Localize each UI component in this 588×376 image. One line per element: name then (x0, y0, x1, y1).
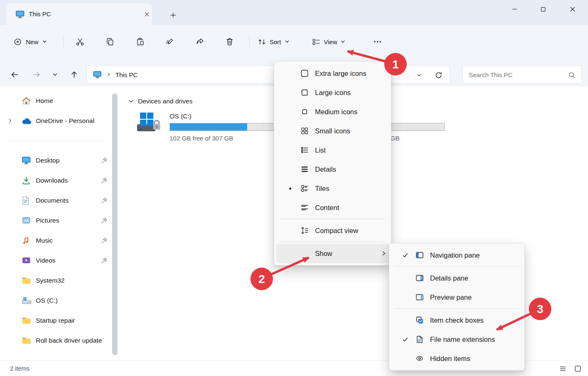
pin-icon (101, 238, 108, 244)
toolbar-divider (249, 36, 250, 47)
small-icons-icon (299, 127, 310, 135)
share-button[interactable] (188, 33, 212, 51)
menu-item-small-icons[interactable]: Small icons (274, 121, 391, 140)
music-note-icon (22, 236, 30, 244)
pin-icon (101, 198, 108, 204)
sidebar-item-label: Music (36, 237, 53, 244)
chevron-down-icon (285, 39, 290, 44)
chevron-down-icon (340, 39, 345, 44)
menu-item-details-pane[interactable]: Details pane (389, 268, 524, 288)
menu-separator (394, 266, 519, 267)
recent-locations-button[interactable] (48, 65, 63, 84)
large-icons-view-toggle[interactable] (572, 363, 583, 374)
sort-button-label: Sort (270, 38, 281, 45)
sidebar-item-label: Pictures (36, 217, 59, 224)
show-submenu: Navigation pane Details pane Preview pan… (389, 243, 525, 371)
drive-free-space: 102 GB free of 307 GB (170, 135, 233, 142)
menu-item-hidden-items[interactable]: Hidden items (389, 349, 524, 368)
details-view-toggle[interactable] (557, 363, 568, 374)
new-tab-button[interactable] (167, 9, 179, 21)
sidebar-item-desktop[interactable]: Desktop (0, 150, 112, 170)
chevron-right-icon[interactable] (8, 118, 13, 123)
sidebar-item-roll-back-driver-update[interactable]: Roll back driver update (0, 331, 112, 351)
menu-item-compact-view[interactable]: Compact view (274, 221, 391, 240)
search-box (463, 65, 582, 84)
refresh-icon[interactable] (432, 69, 445, 81)
videos-icon (22, 256, 31, 265)
sidebar-item-system32[interactable]: System32 (0, 271, 112, 291)
sidebar-item-startup-repair[interactable]: Startup repair (0, 311, 112, 331)
tab-this-pc[interactable]: This PC (6, 3, 152, 25)
menu-item-medium-icons[interactable]: Medium icons (274, 102, 391, 121)
menu-item-label: Navigation pane (430, 251, 520, 259)
view-button[interactable]: View (307, 33, 350, 50)
paste-button[interactable] (128, 33, 152, 51)
devices-section-header[interactable]: Devices and drives (128, 98, 193, 105)
address-dropdown-icon[interactable] (413, 70, 425, 80)
menu-item-tiles[interactable]: Tiles (274, 179, 391, 198)
menu-item-label: Details (315, 165, 387, 173)
menu-item-large-icons[interactable]: Large icons (274, 83, 391, 102)
sort-icon (258, 38, 266, 46)
pictures-icon (22, 216, 31, 225)
close-button[interactable] (562, 2, 583, 17)
sidebar-item-downloads[interactable]: Downloads (0, 170, 112, 191)
rename-button[interactable]: A (158, 33, 182, 51)
up-button[interactable] (66, 65, 82, 84)
details-icon (299, 165, 310, 173)
sidebar-item-pictures[interactable]: Pictures (0, 211, 112, 231)
windows-drive-lock-icon (137, 112, 161, 133)
sidebar-item-onedrive[interactable]: OneDrive - Personal (0, 111, 112, 131)
menu-item-extra-large-icons[interactable]: Extra large icons (274, 64, 391, 83)
sidebar-item-os-c[interactable]: OS (C:) (0, 291, 112, 311)
menu-item-content[interactable]: Content (274, 198, 391, 217)
address-bar[interactable]: This PC (87, 65, 450, 84)
back-button[interactable] (7, 65, 23, 84)
menu-item-label: File name extensions (430, 336, 520, 343)
large-icons-icon (299, 88, 310, 97)
sidebar-item-label: Startup repair (36, 317, 75, 324)
sidebar-item-label: Home (36, 97, 53, 105)
item-check-boxes-icon (414, 316, 425, 324)
pin-icon (101, 218, 108, 224)
menu-item-show[interactable]: Show (276, 244, 389, 263)
forward-button[interactable] (29, 65, 45, 84)
minimize-button[interactable] (504, 2, 525, 17)
sidebar-item-label: OneDrive - Personal (36, 117, 94, 125)
maximize-button[interactable] (533, 2, 553, 17)
menu-item-file-name-extensions[interactable]: File name extensions (389, 330, 524, 349)
drive-capacity-bar (170, 123, 285, 131)
menu-item-preview-pane[interactable]: Preview pane (389, 288, 524, 307)
menu-item-label: Tiles (315, 185, 387, 193)
menu-item-item-check-boxes[interactable]: Item check boxes (389, 311, 524, 330)
delete-button[interactable] (218, 33, 241, 51)
breadcrumb-chevron-icon (106, 72, 111, 77)
menu-item-navigation-pane[interactable]: Navigation pane (389, 246, 524, 265)
copy-button[interactable] (98, 33, 122, 51)
sidebar-item-home[interactable]: Home (0, 91, 112, 111)
breadcrumb-this-pc[interactable]: This PC (115, 71, 138, 78)
menu-item-list[interactable]: List (274, 140, 391, 160)
cut-button[interactable] (68, 33, 92, 51)
menu-item-label: List (315, 146, 387, 154)
tab-close-icon[interactable] (141, 9, 152, 20)
sidebar-item-documents[interactable]: Documents (0, 191, 112, 211)
search-input[interactable] (463, 66, 581, 83)
search-icon[interactable] (568, 71, 575, 79)
extra-large-icons-icon (299, 69, 310, 78)
new-button[interactable]: New (8, 33, 52, 50)
pin-icon (101, 158, 108, 164)
paste-icon (135, 37, 145, 46)
menu-item-details[interactable]: Details (274, 160, 391, 179)
sidebar-item-videos[interactable]: Videos (0, 251, 112, 271)
details-pane-icon (414, 274, 425, 282)
downloads-arrow-icon (22, 176, 31, 185)
sort-button[interactable]: Sort (253, 33, 295, 50)
home-icon (22, 97, 31, 105)
sidebar-scrollbar[interactable] (112, 93, 118, 355)
more-options-button[interactable] (368, 33, 387, 50)
sidebar-item-music[interactable]: Music (0, 231, 112, 251)
share-icon (195, 37, 205, 46)
medium-icons-icon (299, 108, 310, 116)
checkmark-icon (396, 252, 414, 258)
